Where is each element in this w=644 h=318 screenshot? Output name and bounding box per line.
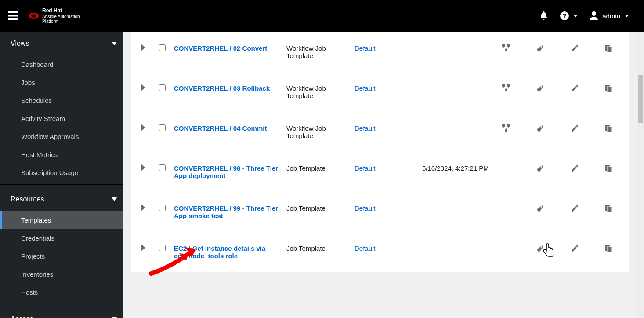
organization-link[interactable]: Default	[355, 124, 376, 132]
svg-rect-18	[502, 124, 505, 127]
copy-button[interactable]	[603, 245, 615, 252]
expand-toggle[interactable]	[141, 245, 159, 252]
copy-button[interactable]	[603, 205, 615, 212]
row-select[interactable]	[159, 245, 166, 251]
svg-rect-27	[607, 167, 612, 172]
svg-rect-17	[607, 87, 612, 92]
edit-button[interactable]	[568, 84, 581, 92]
svg-rect-22	[607, 127, 612, 132]
svg-rect-0	[8, 11, 18, 13]
main-scrollbar[interactable]	[637, 32, 644, 318]
table-row: CONVERT2RHEL / 03 RollbackWorkflow Job T…	[131, 72, 629, 112]
svg-rect-15	[505, 89, 507, 91]
hamburger-icon	[8, 11, 18, 20]
visualizer-button[interactable]	[500, 44, 512, 52]
user-menu[interactable]: admin	[590, 11, 629, 20]
template-type: Workflow Job Template	[286, 44, 355, 59]
expand-toggle[interactable]	[141, 164, 159, 172]
template-name-link[interactable]: EC2 / Get instance details via ec2_node_…	[174, 245, 265, 260]
copy-button[interactable]	[603, 44, 615, 52]
nav-toggle[interactable]	[0, 0, 26, 32]
sidebar-section-resources[interactable]: Resources	[0, 187, 123, 211]
expand-toggle[interactable]	[141, 205, 159, 212]
sidebar-item-subscription-usage[interactable]: Subscription Usage	[0, 164, 123, 182]
app-header: Red Hat Ansible Automation Platform ? ad…	[0, 0, 644, 32]
chevron-down-icon	[573, 15, 578, 17]
svg-text:?: ?	[563, 12, 567, 19]
username-label: admin	[602, 12, 620, 20]
template-type: Workflow Job Template	[286, 84, 355, 99]
row-select[interactable]	[159, 205, 166, 211]
expand-toggle[interactable]	[141, 84, 159, 92]
template-name-link[interactable]: CONVERT2RHEL / 02 Convert	[174, 44, 267, 52]
launch-button[interactable]	[534, 164, 546, 172]
launch-button[interactable]	[534, 44, 546, 52]
sidebar-item-hosts[interactable]: Hosts	[0, 283, 123, 301]
template-name-link[interactable]: CONVERT2RHEL / 99 - Three Tier App smoke…	[174, 205, 278, 219]
brand-logo-icon	[29, 12, 39, 20]
table-row: CONVERT2RHEL / 99 - Three Tier App smoke…	[131, 192, 629, 232]
sidebar-section-access[interactable]: Access	[0, 307, 123, 318]
sidebar-item-schedules[interactable]: Schedules	[0, 91, 123, 110]
sidebar-item-projects[interactable]: Projects	[0, 247, 123, 265]
svg-rect-37	[607, 247, 612, 252]
row-select[interactable]	[159, 84, 166, 91]
brand: Red Hat Ansible Automation Platform	[29, 8, 80, 23]
row-select[interactable]	[159, 124, 166, 131]
launch-button[interactable]	[534, 245, 546, 252]
template-name-link[interactable]: CONVERT2RHEL / 04 Commit	[174, 124, 267, 132]
brand-line-1: Red Hat	[42, 8, 80, 14]
help-menu[interactable]: ?	[560, 11, 578, 20]
template-type: Job Template	[286, 245, 355, 252]
sidebar-section-views[interactable]: Views	[0, 32, 123, 55]
svg-rect-8	[502, 44, 505, 47]
launch-button[interactable]	[534, 84, 546, 92]
user-icon	[590, 11, 598, 20]
edit-button[interactable]	[568, 164, 581, 172]
copy-button[interactable]	[603, 84, 615, 92]
scrollbar-thumb[interactable]	[638, 75, 643, 123]
organization-link[interactable]: Default	[355, 44, 376, 52]
edit-button[interactable]	[568, 245, 581, 252]
bell-icon	[540, 11, 548, 20]
sidebar-item-jobs[interactable]: Jobs	[0, 73, 123, 91]
help-icon: ?	[560, 11, 569, 20]
edit-button[interactable]	[568, 124, 581, 132]
last-ran: 5/16/2024, 4:27:21 PM	[422, 164, 497, 172]
launch-button[interactable]	[534, 124, 546, 132]
chevron-down-icon	[625, 15, 629, 17]
template-name-link[interactable]: CONVERT2RHEL / 98 - Three Tier App deplo…	[174, 164, 278, 179]
expand-toggle[interactable]	[141, 124, 159, 132]
sidebar-item-workflow-approvals[interactable]: Workflow Approvals	[0, 128, 123, 146]
copy-button[interactable]	[603, 124, 615, 132]
sidebar-item-host-metrics[interactable]: Host Metrics	[0, 146, 123, 164]
visualizer-button[interactable]	[500, 124, 512, 132]
template-name-link[interactable]: CONVERT2RHEL / 03 Rollback	[174, 84, 270, 92]
svg-rect-2	[8, 18, 18, 20]
svg-rect-13	[502, 84, 505, 87]
sidebar-item-inventories[interactable]: Inventories	[0, 265, 123, 283]
copy-button[interactable]	[603, 164, 615, 172]
row-select[interactable]	[159, 44, 166, 51]
templates-table: CONVERT2RHEL / 02 ConvertWorkflow Job Te…	[131, 32, 629, 272]
organization-link[interactable]: Default	[355, 205, 376, 212]
organization-link[interactable]: Default	[355, 84, 376, 92]
launch-button[interactable]	[534, 205, 546, 212]
expand-toggle[interactable]	[141, 44, 159, 52]
table-row: EC2 / Get instance details via ec2_node_…	[131, 232, 629, 272]
sidebar-item-activity-stream[interactable]: Activity Stream	[0, 110, 123, 128]
template-type: Workflow Job Template	[286, 124, 355, 139]
sidebar-item-credentials[interactable]: Credentials	[0, 229, 123, 247]
main-content: CONVERT2RHEL / 02 ConvertWorkflow Job Te…	[123, 32, 644, 318]
notifications-button[interactable]	[540, 11, 548, 20]
sidebar-item-dashboard[interactable]: Dashboard	[0, 55, 123, 73]
organization-link[interactable]: Default	[355, 245, 376, 252]
organization-link[interactable]: Default	[355, 164, 376, 172]
table-row: CONVERT2RHEL / 04 CommitWorkflow Job Tem…	[131, 112, 629, 152]
visualizer-button[interactable]	[500, 84, 512, 92]
edit-button[interactable]	[568, 205, 581, 212]
edit-button[interactable]	[568, 44, 581, 52]
svg-rect-14	[507, 84, 510, 87]
row-select[interactable]	[159, 164, 166, 171]
sidebar-item-templates[interactable]: Templates	[0, 211, 123, 229]
